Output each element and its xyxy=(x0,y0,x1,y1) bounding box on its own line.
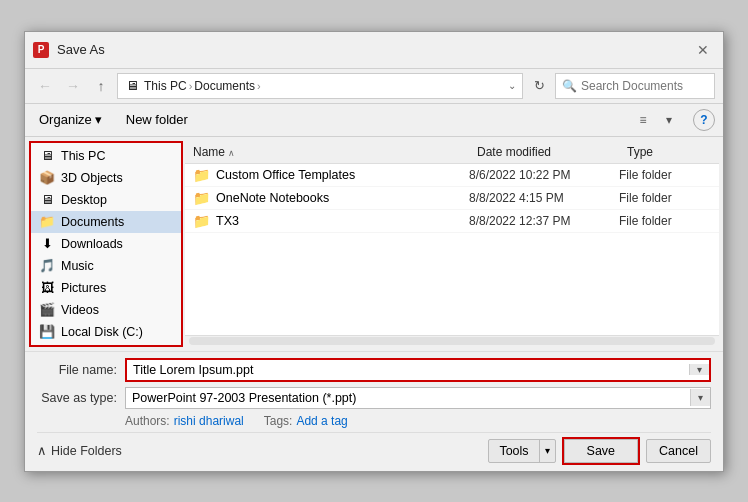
back-button[interactable]: ← xyxy=(33,74,57,98)
hide-folders-label: Hide Folders xyxy=(51,444,122,458)
file-type: File folder xyxy=(619,168,719,182)
filename-dropdown-button[interactable]: ▾ xyxy=(689,364,709,375)
filetype-select[interactable]: PowerPoint 97-2003 Presentation (*.ppt) … xyxy=(125,387,711,409)
view-toggle-button[interactable]: ≡ xyxy=(631,108,655,132)
sidebar-item-music[interactable]: 🎵Music xyxy=(31,255,181,277)
folder-icon: 📁 xyxy=(193,167,210,183)
close-button[interactable]: ✕ xyxy=(691,38,715,62)
filename-label: File name: xyxy=(37,363,117,377)
nav-icon-videos: 🎬 xyxy=(39,302,55,318)
tools-button[interactable]: Tools xyxy=(489,440,539,462)
file-name: TX3 xyxy=(216,214,239,228)
folder-icon: 📁 xyxy=(193,190,210,206)
left-panel: 🖥This PC📦3D Objects🖥Desktop📁Documents⬇Do… xyxy=(31,143,181,345)
filename-row: File name: ▾ xyxy=(37,358,711,382)
save-button-wrapper: Save xyxy=(562,437,641,465)
column-header-date[interactable]: Date modified xyxy=(469,143,619,161)
filetype-dropdown-button[interactable]: ▾ xyxy=(690,389,710,406)
sidebar-item-3d-objects[interactable]: 📦3D Objects xyxy=(31,167,181,189)
authors-label: Authors: xyxy=(125,414,170,428)
meta-row: Authors: rishi dhariwal Tags: Add a tag xyxy=(37,414,711,428)
search-box[interactable]: 🔍 xyxy=(555,73,715,99)
cancel-button[interactable]: Cancel xyxy=(646,439,711,463)
table-row[interactable]: 📁 Custom Office Templates 8/6/2022 10:22… xyxy=(185,164,719,187)
nav-icon-local-disk: 💾 xyxy=(39,324,55,340)
save-button[interactable]: Save xyxy=(564,439,639,463)
file-type: File folder xyxy=(619,191,719,205)
organize-arrow-icon: ▾ xyxy=(95,112,102,127)
nav-icon-documents: 📁 xyxy=(39,214,55,230)
address-bar[interactable]: 🖥 This PC › Documents › ⌄ xyxy=(117,73,523,99)
table-row[interactable]: 📁 TX3 8/8/2022 12:37 PM File folder xyxy=(185,210,719,233)
column-header-name[interactable]: Name ∧ xyxy=(185,143,469,161)
nav-icon-downloads: ⬇ xyxy=(39,236,55,252)
path-item-documents[interactable]: Documents xyxy=(194,79,255,93)
title-bar: P Save As ✕ xyxy=(25,32,723,69)
nav-icon-music: 🎵 xyxy=(39,258,55,274)
author-name[interactable]: rishi dhariwal xyxy=(174,414,244,428)
button-row: ∧ Hide Folders Tools ▾ Save Cancel xyxy=(37,432,711,465)
tools-button-group: Tools ▾ xyxy=(488,439,555,463)
bottom-section: File name: ▾ Save as type: PowerPoint 97… xyxy=(25,351,723,471)
file-date: 8/8/2022 4:15 PM xyxy=(469,191,619,205)
filename-input[interactable] xyxy=(127,360,689,380)
new-folder-button[interactable]: New folder xyxy=(120,110,194,129)
file-name: OneNote Notebooks xyxy=(216,191,329,205)
action-bar: Organize ▾ New folder ≡ ▾ ? xyxy=(25,104,723,137)
table-row[interactable]: 📁 OneNote Notebooks 8/8/2022 4:15 PM Fil… xyxy=(185,187,719,210)
right-panel: Name ∧ Date modified Type 📁 Custom Offic… xyxy=(185,141,719,347)
sidebar-item-downloads[interactable]: ⬇Downloads xyxy=(31,233,181,255)
app-icon: P xyxy=(33,42,49,58)
up-button[interactable]: ↑ xyxy=(89,74,113,98)
nav-icon-3d-objects: 📦 xyxy=(39,170,55,186)
address-dropdown-icon[interactable]: ⌄ xyxy=(508,80,516,91)
file-list-header: Name ∧ Date modified Type xyxy=(185,141,719,164)
dialog-title: Save As xyxy=(57,42,683,57)
file-name: Custom Office Templates xyxy=(216,168,355,182)
filetype-value: PowerPoint 97-2003 Presentation (*.ppt) xyxy=(126,388,690,408)
file-type: File folder xyxy=(619,214,719,228)
tags-label: Tags: xyxy=(264,414,293,428)
filename-input-wrapper: ▾ xyxy=(125,358,711,382)
sidebar-item-local-disk[interactable]: 💾Local Disk (C:) xyxy=(31,321,181,343)
sidebar-item-documents[interactable]: 📁Documents xyxy=(31,211,181,233)
organize-button[interactable]: Organize ▾ xyxy=(33,110,108,129)
sidebar-item-videos[interactable]: 🎬Videos xyxy=(31,299,181,321)
main-content: 🖥This PC📦3D Objects🖥Desktop📁Documents⬇Do… xyxy=(25,137,723,351)
refresh-button[interactable]: ↻ xyxy=(527,74,551,98)
address-path-icon: 🖥 xyxy=(124,78,140,94)
search-icon: 🔍 xyxy=(562,79,577,93)
hide-folders-button[interactable]: ∧ Hide Folders xyxy=(37,443,482,458)
sidebar-item-desktop[interactable]: 🖥Desktop xyxy=(31,189,181,211)
file-date: 8/6/2022 10:22 PM xyxy=(469,168,619,182)
left-panel-border: 🖥This PC📦3D Objects🖥Desktop📁Documents⬇Do… xyxy=(29,141,183,347)
nav-icon-pictures: 🖼 xyxy=(39,280,55,296)
filetype-label: Save as type: xyxy=(37,391,117,405)
view-buttons: ≡ ▾ xyxy=(631,108,681,132)
nav-icon-desktop: 🖥 xyxy=(39,192,55,208)
hide-folders-icon: ∧ xyxy=(37,443,47,458)
filetype-row: Save as type: PowerPoint 97-2003 Present… xyxy=(37,387,711,409)
address-path: This PC › Documents › xyxy=(144,79,504,93)
file-date: 8/8/2022 12:37 PM xyxy=(469,214,619,228)
address-toolbar: ← → ↑ 🖥 This PC › Documents › ⌄ ↻ 🔍 xyxy=(25,69,723,104)
column-header-type[interactable]: Type xyxy=(619,143,719,161)
sort-arrow-icon: ∧ xyxy=(228,148,235,158)
tools-dropdown-button[interactable]: ▾ xyxy=(540,441,555,460)
folder-icon: 📁 xyxy=(193,213,210,229)
forward-button[interactable]: → xyxy=(61,74,85,98)
sidebar-item-pictures[interactable]: 🖼Pictures xyxy=(31,277,181,299)
search-input[interactable] xyxy=(581,79,731,93)
nav-icon-this-pc: 🖥 xyxy=(39,148,55,164)
path-item-thispc[interactable]: This PC xyxy=(144,79,187,93)
sidebar-item-this-pc[interactable]: 🖥This PC xyxy=(31,145,181,167)
add-tag-button[interactable]: Add a tag xyxy=(296,414,347,428)
scrollbar-track[interactable] xyxy=(189,337,715,345)
horizontal-scrollbar[interactable] xyxy=(185,335,719,347)
save-as-dialog: P Save As ✕ ← → ↑ 🖥 This PC › Documents … xyxy=(24,31,724,472)
view-dropdown-button[interactable]: ▾ xyxy=(657,108,681,132)
file-list: 📁 Custom Office Templates 8/6/2022 10:22… xyxy=(185,164,719,335)
help-button[interactable]: ? xyxy=(693,109,715,131)
